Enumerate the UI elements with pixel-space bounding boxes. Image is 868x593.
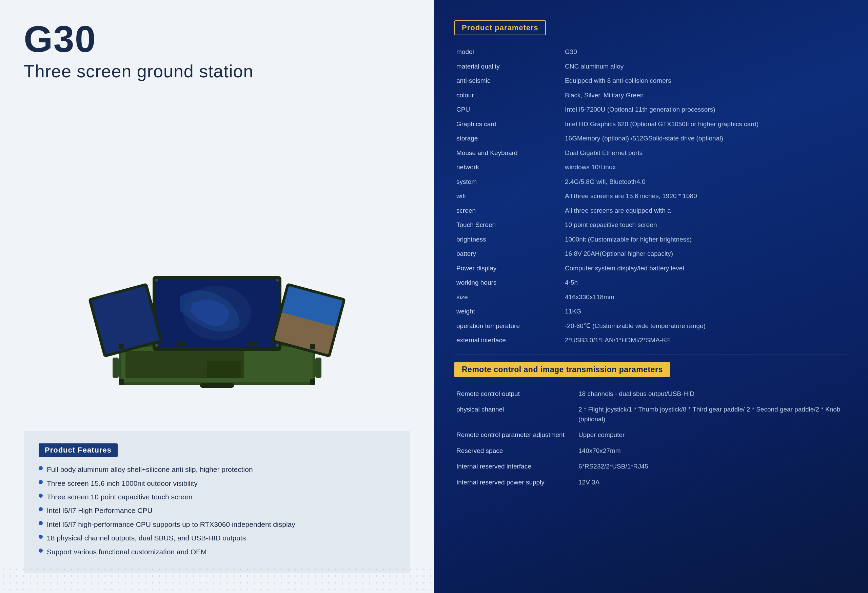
svg-rect-27 <box>112 358 119 378</box>
feature-item: Three screen 15.6 inch 1000nit outdoor v… <box>38 478 396 488</box>
params-table: modelG30material qualityCNC aluminum all… <box>454 45 848 348</box>
laptop-illustration <box>85 263 349 398</box>
feature-item: Three screen 10 point capacitive touch s… <box>38 492 396 502</box>
table-row: weight11KG <box>454 304 848 319</box>
remote-table: Remote control output18 channels - dual … <box>454 386 848 491</box>
table-row: Graphics cardIntel HD Graphics 620 (Opti… <box>454 117 848 132</box>
feature-item: Intel I5/I7 High Performance CPU <box>38 506 396 515</box>
table-row: Internal reserved power supply12V 3A <box>454 475 848 491</box>
table-row: Mouse and KeyboardDual Gigabit Ethernet … <box>454 146 848 160</box>
table-row: Remote control parameter adjustmentUpper… <box>454 427 848 443</box>
svg-rect-16 <box>176 342 186 346</box>
table-row: modelG30 <box>454 45 848 59</box>
bullet-icon <box>38 507 43 511</box>
feature-item: Support various functional customization… <box>38 547 396 557</box>
table-row: CPUIntel I5-7200U (Optional 11th generat… <box>454 102 848 117</box>
features-badge: Product Features <box>38 444 118 457</box>
table-row: Remote control output18 channels - dual … <box>454 386 848 402</box>
table-row: brightness1000nit (Customizable for high… <box>454 232 848 247</box>
svg-rect-18 <box>119 344 124 349</box>
table-row: system2.4G/5.8G wifi, Bluetooth4.0 <box>454 175 848 189</box>
svg-point-24 <box>276 279 279 282</box>
svg-rect-21 <box>310 379 315 385</box>
svg-point-23 <box>155 279 158 282</box>
remote-badge: Remote control and image transmission pa… <box>454 362 670 377</box>
table-row: networkwindows 10/Linux <box>454 160 848 175</box>
bullet-icon <box>38 549 43 553</box>
features-section: Product Features Full body aluminum allo… <box>24 431 410 573</box>
svg-rect-28 <box>315 358 322 378</box>
table-row: Internal reserved interface6*RS232/2*USB… <box>454 458 848 475</box>
bullet-icon <box>38 535 43 539</box>
section-divider <box>454 355 848 355</box>
table-row: external interface2*USB3.0/1*LAN/1*HDMI/… <box>454 333 848 348</box>
bullet-icon <box>38 521 43 525</box>
svg-rect-20 <box>119 379 124 385</box>
table-row: working hours4-5h <box>454 275 848 290</box>
right-panel: Product parameters modelG30material qual… <box>434 0 868 593</box>
table-row: anti-seismicEquipped with 8 anti-collisi… <box>454 74 848 88</box>
table-row: wifiAll three screens are 15.6 inches, 1… <box>454 189 848 204</box>
product-title: G30 <box>24 20 410 58</box>
svg-rect-22 <box>200 383 234 388</box>
features-list: Full body aluminum alloy shell+silicone … <box>38 464 396 557</box>
table-row: operation temperature-20-60℃ (Customizab… <box>454 319 848 333</box>
table-row: battery16.8V 20AH(Optional higher capaci… <box>454 247 848 261</box>
table-row: physical channel2 * Flight joystick/1 * … <box>454 402 848 427</box>
svg-rect-3 <box>207 361 241 378</box>
bullet-icon <box>38 480 43 484</box>
bullet-icon <box>38 494 43 498</box>
table-row: material qualityCNC aluminum alloy <box>454 59 848 74</box>
product-params-badge: Product parameters <box>454 20 546 35</box>
table-row: storage16GMemory (optional) /512GSolid-s… <box>454 131 848 146</box>
svg-rect-19 <box>310 344 315 349</box>
svg-point-26 <box>276 344 279 347</box>
feature-item: 18 physical channel outputs, dual SBUS, … <box>38 533 396 543</box>
svg-point-25 <box>155 344 158 347</box>
remote-section: Remote control and image transmission pa… <box>454 362 848 491</box>
bullet-icon <box>38 466 43 470</box>
table-row: Power displayComputer system display/led… <box>454 261 848 276</box>
feature-item: Full body aluminum alloy shell+silicone … <box>38 464 396 474</box>
table-row: colourBlack, Silver, Military Green <box>454 88 848 103</box>
product-subtitle: Three screen ground station <box>24 61 410 81</box>
table-row: Touch Screen10 point capacitive touch sc… <box>454 218 848 232</box>
table-row: Reserved space140x70x27mm <box>454 443 848 459</box>
table-row: size416x330x118mm <box>454 290 848 305</box>
svg-rect-17 <box>248 342 258 346</box>
table-row: screenAll three screens are equipped wit… <box>454 204 848 218</box>
feature-item: Intel I5/I7 high-performance CPU support… <box>38 519 396 529</box>
left-panel: G30 Three screen ground station <box>0 0 434 593</box>
